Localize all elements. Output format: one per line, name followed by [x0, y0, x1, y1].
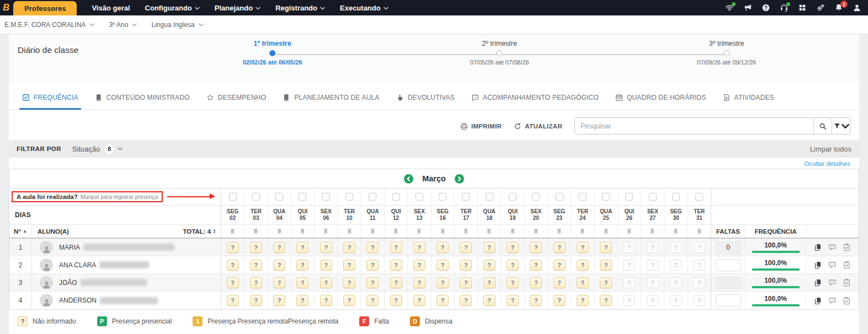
attendance-cell-2-11[interactable]: ? [366, 260, 379, 271]
attendance-cell-2-16[interactable]: ? [436, 260, 449, 271]
attendance-cell-4-13[interactable]: ? [413, 295, 425, 306]
class-held-checkbox[interactable] [275, 193, 283, 201]
nav-item-registrando[interactable]: Registrando [275, 4, 325, 12]
attendance-cell-1-06[interactable]: ? [320, 242, 332, 253]
nav-item-configurando[interactable]: Configurando [145, 4, 200, 12]
filter-button[interactable] [832, 118, 850, 134]
situacao-filter[interactable]: Situação [72, 145, 100, 153]
app-logo[interactable]: B [0, 0, 13, 15]
lesson-book-icon[interactable] [556, 228, 562, 234]
attendance-cell-1-16[interactable]: ? [436, 242, 449, 253]
attendance-cell-4-04[interactable]: ? [273, 295, 285, 306]
search-button[interactable] [813, 118, 832, 134]
attendance-cell-4-25[interactable]: ? [600, 295, 612, 306]
class-held-checkbox[interactable] [556, 193, 563, 201]
number-column-header[interactable]: N° ▲ [9, 225, 32, 238]
clipboard-check-button[interactable] [843, 243, 851, 251]
tab-acompanhamento-pedagogico[interactable]: ACOMPANHAMENTO PEDAGÓGICO [471, 85, 599, 110]
attendance-cell-1-20[interactable]: ? [530, 242, 542, 253]
class-held-checkbox[interactable] [486, 193, 493, 201]
attendance-cell-2-20[interactable]: ? [530, 260, 542, 271]
attendance-cell-2-13[interactable]: ? [413, 260, 425, 271]
class-held-checkbox[interactable] [322, 193, 330, 201]
attendance-cell-3-19[interactable]: ? [507, 277, 519, 288]
class-held-checkbox[interactable] [602, 193, 610, 201]
professores-brand-tab[interactable]: Professores [13, 1, 77, 15]
school-select[interactable]: E.M.E.F. CORA CORALINA [4, 21, 94, 29]
attendance-cell-4-10[interactable]: ? [343, 295, 355, 306]
help-button[interactable] [762, 3, 770, 12]
tab-frequencia[interactable]: FREQUÊNCIA [22, 85, 78, 110]
class-held-checkbox[interactable] [625, 193, 633, 201]
lesson-book-icon[interactable] [579, 228, 585, 234]
lesson-book-icon[interactable] [370, 228, 376, 234]
lesson-book-icon[interactable] [323, 228, 329, 234]
trimester-step-2[interactable]: 2º trimestre07/05/26 até 07/08/26 [470, 40, 529, 66]
comment-button[interactable] [828, 243, 837, 251]
attendance-cell-4-12[interactable]: ? [390, 295, 402, 306]
attendance-cell-3-11[interactable]: ? [366, 277, 379, 288]
attendance-cell-3-16[interactable]: ? [436, 277, 449, 288]
attendance-cell-3-10[interactable]: ? [343, 277, 355, 288]
lesson-book-icon[interactable] [673, 228, 679, 234]
lesson-book-icon[interactable] [416, 228, 422, 234]
trimester-step-3[interactable]: 3º trimestre07/09/26 até 09/12/26 [697, 40, 756, 66]
attendance-cell-2-18[interactable]: ? [483, 260, 496, 271]
megaphone-button[interactable] [743, 3, 752, 12]
attendance-cell-1-04[interactable]: ? [273, 242, 285, 253]
apps-grid-button[interactable] [798, 3, 807, 12]
attendance-cell-2-19[interactable]: ? [507, 260, 519, 271]
attendance-cell-3-13[interactable]: ? [413, 277, 425, 288]
lesson-book-icon[interactable] [649, 228, 656, 234]
class-held-checkbox[interactable] [695, 193, 703, 201]
tab-devolutivas[interactable]: DEVOLUTIVAS [396, 85, 455, 110]
copy-button[interactable] [814, 243, 822, 251]
comment-button[interactable] [828, 297, 837, 305]
total-sort[interactable]: TOTAL: 4 ▲▼ [183, 228, 216, 235]
attendance-cell-2-02[interactable]: ? [227, 260, 239, 271]
lesson-book-icon[interactable] [463, 228, 469, 234]
lesson-book-icon[interactable] [486, 228, 492, 234]
faltas-input[interactable] [716, 294, 741, 306]
class-held-checkbox[interactable] [672, 193, 680, 201]
attendance-cell-4-19[interactable]: ? [507, 295, 519, 306]
attendance-cell-4-24[interactable]: ? [577, 295, 589, 306]
attendance-cell-2-25[interactable]: ? [600, 260, 612, 271]
attendance-cell-1-03[interactable]: ? [250, 242, 262, 253]
attendance-cell-2-06[interactable]: ? [320, 260, 332, 271]
trimester-step-1[interactable]: 1º trimestre02/02/26 até 06/05/26 [243, 40, 302, 66]
attendance-cell-1-18[interactable]: ? [483, 242, 496, 253]
class-held-checkbox[interactable] [392, 193, 400, 201]
attendance-cell-1-17[interactable]: ? [460, 242, 472, 253]
attendance-cell-2-17[interactable]: ? [460, 260, 472, 271]
attendance-cell-2-23[interactable]: ? [553, 260, 566, 271]
refresh-button[interactable]: ATUALIZAR [514, 122, 562, 130]
clipboard-check-button[interactable] [843, 297, 851, 305]
headset-button[interactable] [780, 3, 789, 12]
attendance-cell-1-24[interactable]: ? [577, 242, 589, 253]
lesson-book-icon[interactable] [603, 228, 609, 234]
attendance-cell-4-18[interactable]: ? [483, 295, 496, 306]
attendance-cell-3-12[interactable]: ? [390, 277, 402, 288]
faltas-input[interactable] [716, 259, 741, 271]
comment-button[interactable] [828, 261, 837, 269]
lesson-book-icon[interactable] [696, 228, 702, 234]
class-held-checkbox[interactable] [369, 193, 376, 201]
next-month-button[interactable] [455, 174, 464, 184]
attendance-cell-4-03[interactable]: ? [250, 295, 262, 306]
user-button[interactable] [853, 3, 861, 12]
search-input[interactable] [575, 118, 813, 134]
attendance-cell-4-02[interactable]: ? [227, 295, 239, 306]
attendance-cell-3-04[interactable]: ? [273, 277, 285, 288]
previous-month-button[interactable] [404, 174, 413, 184]
lesson-book-icon[interactable] [510, 228, 516, 234]
attendance-cell-3-02[interactable]: ? [227, 277, 239, 288]
nav-item-visao-geral[interactable]: Visão geral [92, 4, 130, 12]
tab-planejamento-de-aula[interactable]: PLANEJAMENTO DE AULA [283, 85, 380, 110]
tab-conteudo-ministrado[interactable]: CONTEÚDO MINISTRADO [95, 85, 190, 110]
chevron-down-icon[interactable] [118, 147, 123, 150]
lesson-book-icon[interactable] [253, 228, 259, 234]
attendance-cell-4-11[interactable]: ? [366, 295, 379, 306]
nav-item-executando[interactable]: Executando [340, 4, 388, 12]
nav-item-planejando[interactable]: Planejando [215, 4, 260, 12]
